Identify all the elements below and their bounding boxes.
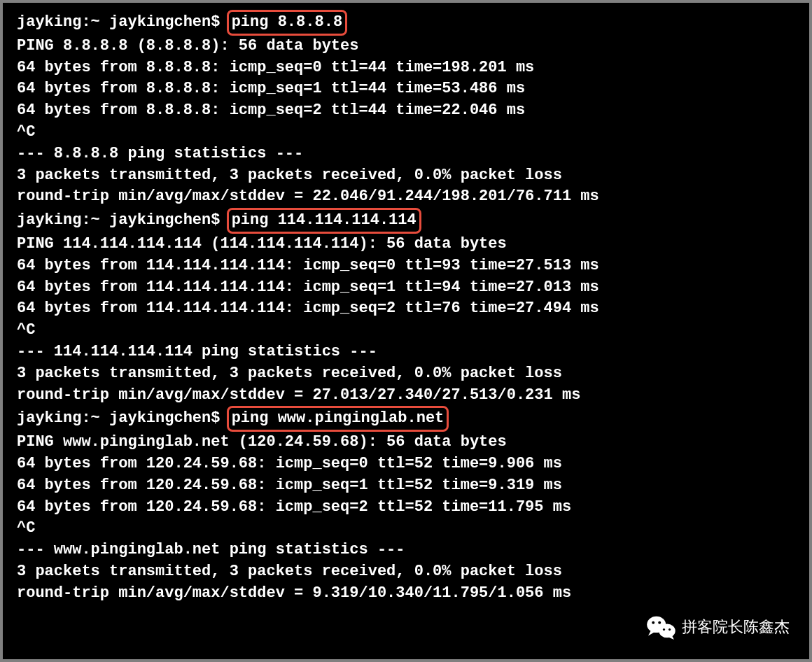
command-highlight: ping 114.114.114.114 xyxy=(227,208,421,234)
ping-reply: 64 bytes from 120.24.59.68: icmp_seq=2 t… xyxy=(17,497,795,519)
svg-point-2 xyxy=(652,621,654,624)
watermark: 拼客院长陈鑫杰 xyxy=(645,614,790,640)
ping-reply: 64 bytes from 8.8.8.8: icmp_seq=0 ttl=44… xyxy=(17,57,795,79)
stats-rtt: round-trip min/avg/max/stddev = 27.013/2… xyxy=(17,385,795,407)
svg-point-5 xyxy=(668,628,671,631)
prompt-line: jayking:~ jaykingchen$ ping www.pingingl… xyxy=(17,406,795,432)
command-highlight: ping www.pinginglab.net xyxy=(227,406,449,432)
interrupt: ^C xyxy=(17,518,795,540)
prompt-line: jayking:~ jaykingchen$ ping 114.114.114.… xyxy=(17,208,795,234)
interrupt: ^C xyxy=(17,320,795,341)
interrupt: ^C xyxy=(17,122,795,143)
svg-point-1 xyxy=(659,624,675,638)
ping-reply: 64 bytes from 8.8.8.8: icmp_seq=2 ttl=44… xyxy=(17,100,795,122)
ping-reply: 64 bytes from 120.24.59.68: icmp_seq=0 t… xyxy=(17,453,795,475)
stats-packets: 3 packets transmitted, 3 packets receive… xyxy=(17,561,795,583)
prompt-line: jayking:~ jaykingchen$ ping 8.8.8.8 xyxy=(17,10,795,36)
stats-header: --- www.pinginglab.net ping statistics -… xyxy=(17,540,795,561)
stats-header: --- 8.8.8.8 ping statistics --- xyxy=(17,143,795,165)
ping-reply: 64 bytes from 114.114.114.114: icmp_seq=… xyxy=(17,298,795,320)
ping-reply: 64 bytes from 120.24.59.68: icmp_seq=1 t… xyxy=(17,475,795,497)
ping-header: PING 114.114.114.114 (114.114.114.114): … xyxy=(17,234,795,255)
shell-prompt: jayking:~ jaykingchen$ xyxy=(17,13,230,31)
stats-packets: 3 packets transmitted, 3 packets receive… xyxy=(17,363,795,385)
shell-prompt: jayking:~ jaykingchen$ xyxy=(17,211,230,229)
stats-packets: 3 packets transmitted, 3 packets receive… xyxy=(17,165,795,187)
ping-reply: 64 bytes from 114.114.114.114: icmp_seq=… xyxy=(17,277,795,299)
stats-header: --- 114.114.114.114 ping statistics --- xyxy=(17,341,795,363)
shell-prompt: jayking:~ jaykingchen$ xyxy=(17,409,230,427)
command-highlight: ping 8.8.8.8 xyxy=(227,10,347,36)
ping-reply: 64 bytes from 114.114.114.114: icmp_seq=… xyxy=(17,255,795,277)
ping-header: PING 8.8.8.8 (8.8.8.8): 56 data bytes xyxy=(17,36,795,57)
watermark-text: 拼客院长陈鑫杰 xyxy=(682,617,790,638)
svg-point-4 xyxy=(663,628,665,631)
svg-point-3 xyxy=(658,621,661,624)
stats-rtt: round-trip min/avg/max/stddev = 22.046/9… xyxy=(17,186,795,208)
ping-header: PING www.pinginglab.net (120.24.59.68): … xyxy=(17,432,795,453)
terminal-output[interactable]: jayking:~ jaykingchen$ ping 8.8.8.8 PING… xyxy=(17,10,795,605)
stats-rtt: round-trip min/avg/max/stddev = 9.319/10… xyxy=(17,583,795,605)
ping-reply: 64 bytes from 8.8.8.8: icmp_seq=1 ttl=44… xyxy=(17,78,795,100)
wechat-icon xyxy=(645,614,676,640)
